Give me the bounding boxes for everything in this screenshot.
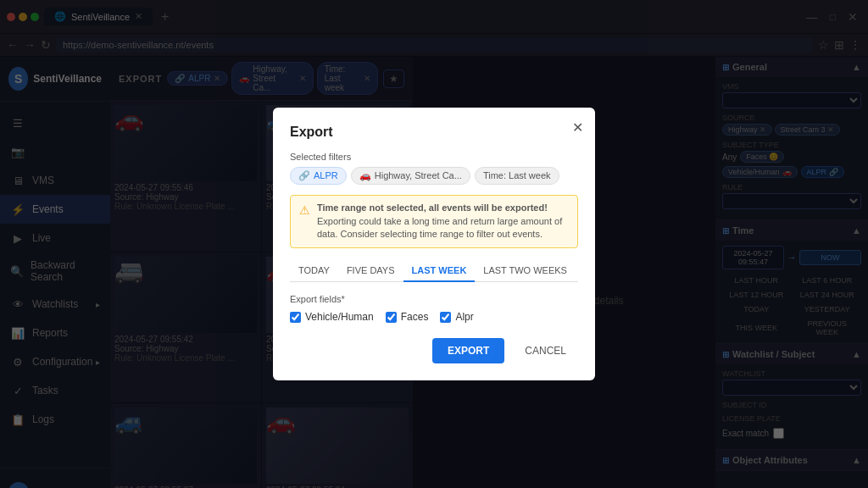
vehicle-human-check-label: Vehicle/Human [305,311,374,323]
faces-check-label: Faces [401,311,429,323]
alpr-check[interactable]: Alpr [440,311,473,323]
modal-filter-chips: 🔗 ALPR 🚗 Highway, Street Ca... Time: Las… [290,167,578,185]
vehicle-human-checkbox[interactable] [290,312,301,323]
warning-title: Time range not selected, all events will… [317,202,569,213]
warning-icon: ⚠ [299,203,310,217]
modal-chip-highway[interactable]: 🚗 Highway, Street Ca... [351,167,470,185]
modal-chip-time[interactable]: Time: Last week [475,167,559,185]
warning-box: ⚠ Time range not selected, all events wi… [290,195,578,249]
modal-overlay[interactable]: Export ✕ Selected filters 🔗 ALPR 🚗 Highw… [0,57,868,488]
modal-title: Export [290,125,578,140]
modal-chip-alpr[interactable]: 🔗 ALPR [290,167,347,185]
modal-time-label: Time: Last week [483,170,551,180]
tab-last-week[interactable]: LAST WEEK [403,260,476,282]
export-button[interactable]: EXPORT [432,338,504,363]
time-tabs: TODAY FIVE DAYS LAST WEEK LAST TWO WEEKS [290,260,578,282]
tab-today[interactable]: TODAY [290,260,338,282]
export-modal: Export ✕ Selected filters 🔗 ALPR 🚗 Highw… [273,108,595,381]
tab-five-days[interactable]: FIVE DAYS [338,260,403,282]
cancel-button[interactable]: CANCEL [513,338,578,363]
vehicle-human-check[interactable]: Vehicle/Human [290,311,374,323]
modal-actions: EXPORT CANCEL [290,338,578,363]
browser-content: S SentiVeillance ☰ 📷 🖥 VMS ⚡ Events [0,57,868,488]
warning-content: Time range not selected, all events will… [317,202,569,241]
faces-checkbox[interactable] [386,312,397,323]
faces-check[interactable]: Faces [386,311,429,323]
modal-filters-label: Selected filters [290,152,578,162]
modal-highway-icon: 🚗 [359,170,371,181]
alpr-check-label: Alpr [455,311,473,323]
export-fields-label: Export fields* [290,294,578,304]
alpr-checkbox[interactable] [440,312,451,323]
modal-close-button[interactable]: ✕ [572,119,583,136]
modal-highway-label: Highway, Street Ca... [375,170,462,180]
modal-alpr-label: ALPR [314,170,338,180]
modal-alpr-icon: 🔗 [298,170,310,181]
tab-last-two-weeks[interactable]: LAST TWO WEEKS [475,260,576,282]
browser-window: 🌐 SentiVeillance ✕ + — □ ✕ ← → ↻ https:/… [0,0,868,488]
warning-body: Exporting could take a long time and ret… [317,215,569,241]
export-checkboxes: Vehicle/Human Faces Alpr [290,311,578,323]
